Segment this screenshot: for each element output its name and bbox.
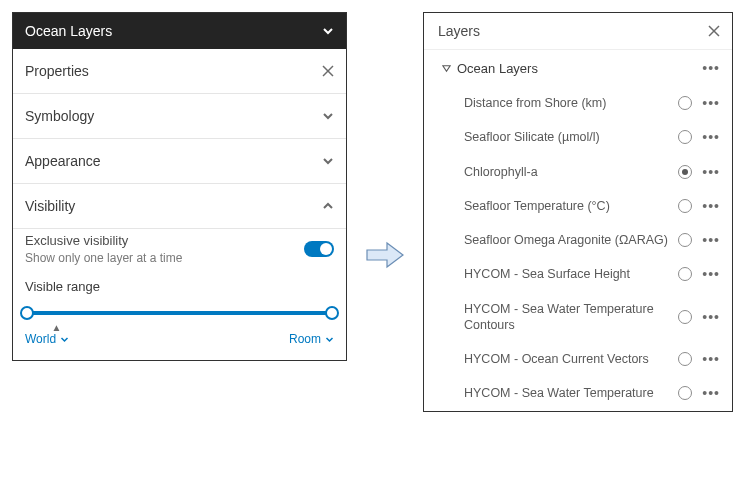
layer-name: HYCOM - Sea Water Temperature: [464, 385, 678, 401]
properties-label: Properties: [25, 63, 89, 79]
layer-row[interactable]: HYCOM - Sea Water Temperature•••: [424, 376, 732, 410]
layer-radio[interactable]: [678, 352, 692, 366]
more-options-icon[interactable]: •••: [702, 198, 720, 214]
layer-group-row[interactable]: Ocean Layers •••: [424, 50, 732, 86]
more-options-icon[interactable]: •••: [702, 351, 720, 367]
symbology-label: Symbology: [25, 108, 94, 124]
visibility-body: Exclusive visibility Show only one layer…: [13, 229, 346, 360]
layer-radio[interactable]: [678, 199, 692, 213]
more-options-icon[interactable]: •••: [702, 60, 720, 76]
properties-header: Properties: [13, 49, 346, 94]
layer-radio[interactable]: [678, 267, 692, 281]
slider-handle-min[interactable]: [20, 306, 34, 320]
slider-track: [27, 311, 332, 315]
visibility-label: Visibility: [25, 198, 75, 214]
more-options-icon[interactable]: •••: [702, 129, 720, 145]
more-options-icon[interactable]: •••: [702, 385, 720, 401]
layer-row[interactable]: Seafloor Silicate (µmol/l)•••: [424, 120, 732, 154]
close-icon[interactable]: [708, 25, 720, 37]
exclusive-visibility-row: Exclusive visibility Show only one layer…: [25, 233, 334, 265]
layers-panel: Layers Ocean Layers ••• Distance from Sh…: [423, 12, 733, 412]
layer-radio[interactable]: [678, 130, 692, 144]
close-icon[interactable]: [322, 65, 334, 77]
layer-row[interactable]: HYCOM - Sea Surface Height•••: [424, 257, 732, 291]
layer-name: HYCOM - Sea Surface Height: [464, 266, 678, 282]
chevron-down-icon: [322, 155, 334, 167]
chevron-down-icon: [322, 110, 334, 122]
layer-name: Distance from Shore (km): [464, 95, 678, 111]
chevron-down-icon: [60, 335, 69, 344]
scale-min-dropdown[interactable]: World: [25, 332, 69, 346]
more-options-icon[interactable]: •••: [702, 164, 720, 180]
visible-range-label: Visible range: [25, 279, 334, 294]
visibility-section[interactable]: Visibility: [13, 184, 346, 229]
appearance-section[interactable]: Appearance: [13, 139, 346, 184]
panel-title-bar: Ocean Layers: [13, 13, 346, 49]
layer-row[interactable]: HYCOM - Ocean Current Vectors•••: [424, 342, 732, 376]
layer-name: HYCOM - Ocean Current Vectors: [464, 351, 678, 367]
layer-radio[interactable]: [678, 233, 692, 247]
layer-name: HYCOM - Sea Water Temperature Contours: [464, 301, 678, 334]
exclusive-visibility-subtitle: Show only one layer at a time: [25, 251, 182, 265]
layers-header: Layers: [424, 13, 732, 50]
layer-row[interactable]: HYCOM - Sea Water Temperature Contours••…: [424, 292, 732, 343]
appearance-label: Appearance: [25, 153, 101, 169]
properties-panel: Ocean Layers Properties Symbology Appear…: [12, 12, 347, 361]
exclusive-visibility-title: Exclusive visibility: [25, 233, 182, 248]
layer-name: Seafloor Silicate (µmol/l): [464, 129, 678, 145]
more-options-icon[interactable]: •••: [702, 95, 720, 111]
layer-row[interactable]: Distance from Shore (km)•••: [424, 86, 732, 120]
chevron-up-icon: [322, 200, 334, 212]
layer-group-name: Ocean Layers: [457, 61, 538, 76]
layer-row[interactable]: Seafloor Omega Aragonite (ΩARAG)•••: [424, 223, 732, 257]
layer-radio[interactable]: [678, 310, 692, 324]
more-options-icon[interactable]: •••: [702, 309, 720, 325]
more-options-icon[interactable]: •••: [702, 266, 720, 282]
layer-radio[interactable]: [678, 386, 692, 400]
symbology-section[interactable]: Symbology: [13, 94, 346, 139]
layer-row[interactable]: Seafloor Temperature (°C)•••: [424, 189, 732, 223]
layers-list: Distance from Shore (km)•••Seafloor Sili…: [424, 86, 732, 411]
layer-name: Seafloor Temperature (°C): [464, 198, 678, 214]
layer-row[interactable]: Chlorophyll-a•••: [424, 155, 732, 189]
slider-current-indicator: ▲: [51, 322, 61, 333]
scale-row: World Room: [25, 332, 334, 346]
layers-title: Layers: [438, 23, 480, 39]
layer-name: Chlorophyll-a: [464, 164, 678, 180]
layer-radio[interactable]: [678, 96, 692, 110]
visible-range-slider[interactable]: ▲: [27, 304, 332, 330]
slider-handle-max[interactable]: [325, 306, 339, 320]
arrow-icon: [365, 237, 405, 276]
layer-name: Seafloor Omega Aragonite (ΩARAG): [464, 232, 678, 248]
more-options-icon[interactable]: •••: [702, 232, 720, 248]
exclusive-visibility-toggle[interactable]: [304, 241, 334, 257]
chevron-down-icon[interactable]: [322, 25, 334, 37]
chevron-down-icon: [325, 335, 334, 344]
scale-max-dropdown[interactable]: Room: [289, 332, 334, 346]
svg-marker-4: [443, 65, 450, 70]
panel-title: Ocean Layers: [25, 23, 112, 39]
layer-radio[interactable]: [678, 165, 692, 179]
expand-triangle-icon[interactable]: [442, 64, 451, 73]
